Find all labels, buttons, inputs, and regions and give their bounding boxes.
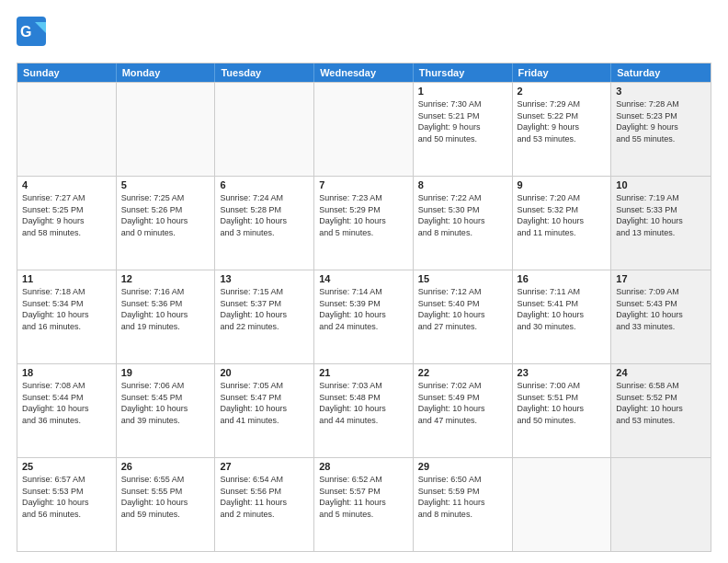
day-number: 6 (220, 179, 309, 190)
day-info: Sunrise: 7:19 AM Sunset: 5:33 PM Dayligh… (616, 192, 706, 238)
day-12: 12Sunrise: 7:16 AM Sunset: 5:36 PM Dayli… (117, 270, 216, 363)
day-info: Sunrise: 7:30 AM Sunset: 5:21 PM Dayligh… (418, 98, 507, 144)
day-info: Sunrise: 7:24 AM Sunset: 5:28 PM Dayligh… (220, 192, 309, 238)
day-number: 5 (121, 179, 210, 190)
day-info: Sunrise: 7:29 AM Sunset: 5:22 PM Dayligh… (518, 98, 607, 144)
day-2: 2Sunrise: 7:29 AM Sunset: 5:22 PM Daylig… (513, 83, 612, 176)
calendar-row-3: 18Sunrise: 7:08 AM Sunset: 5:44 PM Dayli… (17, 363, 711, 457)
calendar: SundayMondayTuesdayWednesdayThursdayFrid… (17, 63, 711, 552)
day-29: 29Sunrise: 6:50 AM Sunset: 5:59 PM Dayli… (414, 458, 513, 551)
day-info: Sunrise: 7:05 AM Sunset: 5:47 PM Dayligh… (220, 380, 309, 426)
day-number: 27 (220, 461, 309, 472)
day-18: 18Sunrise: 7:08 AM Sunset: 5:44 PM Dayli… (17, 364, 117, 457)
day-number: 20 (220, 367, 309, 378)
day-21: 21Sunrise: 7:03 AM Sunset: 5:48 PM Dayli… (314, 364, 414, 457)
day-number: 3 (616, 86, 706, 97)
day-number: 24 (616, 367, 706, 378)
svg-text:G: G (20, 24, 31, 40)
day-22: 22Sunrise: 7:02 AM Sunset: 5:49 PM Dayli… (414, 364, 513, 457)
day-info: Sunrise: 7:06 AM Sunset: 5:45 PM Dayligh… (121, 380, 210, 426)
day-23: 23Sunrise: 7:00 AM Sunset: 5:51 PM Dayli… (513, 364, 612, 457)
day-26: 26Sunrise: 6:55 AM Sunset: 5:55 PM Dayli… (117, 458, 216, 551)
day-info: Sunrise: 6:58 AM Sunset: 5:52 PM Dayligh… (616, 380, 706, 426)
day-number: 15 (418, 273, 507, 284)
day-number: 29 (418, 461, 507, 472)
day-number: 28 (319, 461, 408, 472)
day-15: 15Sunrise: 7:12 AM Sunset: 5:40 PM Dayli… (414, 270, 513, 363)
day-number: 16 (518, 273, 607, 284)
logo: G (17, 17, 50, 53)
day-number: 25 (22, 461, 111, 472)
day-20: 20Sunrise: 7:05 AM Sunset: 5:47 PM Dayli… (215, 364, 314, 457)
day-info: Sunrise: 7:28 AM Sunset: 5:23 PM Dayligh… (616, 98, 706, 144)
day-number: 26 (121, 461, 210, 472)
day-info: Sunrise: 7:02 AM Sunset: 5:49 PM Dayligh… (418, 380, 507, 426)
page: G SundayMondayTuesdayWednesdayThursdayFr… (0, 0, 728, 563)
calendar-row-2: 11Sunrise: 7:18 AM Sunset: 5:34 PM Dayli… (17, 270, 711, 363)
day-number: 11 (22, 273, 111, 284)
empty-cell (314, 83, 414, 176)
day-number: 13 (220, 273, 309, 284)
day-10: 10Sunrise: 7:19 AM Sunset: 5:33 PM Dayli… (611, 177, 711, 270)
day-info: Sunrise: 7:20 AM Sunset: 5:32 PM Dayligh… (518, 192, 607, 238)
day-info: Sunrise: 6:52 AM Sunset: 5:57 PM Dayligh… (319, 474, 408, 520)
day-number: 12 (121, 273, 210, 284)
day-info: Sunrise: 7:18 AM Sunset: 5:34 PM Dayligh… (22, 286, 111, 332)
day-28: 28Sunrise: 6:52 AM Sunset: 5:57 PM Dayli… (314, 458, 414, 551)
empty-cell (611, 458, 711, 551)
header-day-wednesday: Wednesday (314, 63, 414, 82)
day-info: Sunrise: 7:09 AM Sunset: 5:43 PM Dayligh… (616, 286, 706, 332)
day-number: 18 (22, 367, 111, 378)
day-info: Sunrise: 7:25 AM Sunset: 5:26 PM Dayligh… (121, 192, 210, 238)
header-day-sunday: Sunday (17, 63, 117, 82)
day-5: 5Sunrise: 7:25 AM Sunset: 5:26 PM Daylig… (117, 177, 216, 270)
day-25: 25Sunrise: 6:57 AM Sunset: 5:53 PM Dayli… (17, 458, 117, 551)
day-13: 13Sunrise: 7:15 AM Sunset: 5:37 PM Dayli… (215, 270, 314, 363)
day-number: 14 (319, 273, 408, 284)
day-info: Sunrise: 7:23 AM Sunset: 5:29 PM Dayligh… (319, 192, 408, 238)
empty-cell (215, 83, 314, 176)
day-number: 19 (121, 367, 210, 378)
day-info: Sunrise: 7:14 AM Sunset: 5:39 PM Dayligh… (319, 286, 408, 332)
day-info: Sunrise: 7:15 AM Sunset: 5:37 PM Dayligh… (220, 286, 309, 332)
calendar-body: 1Sunrise: 7:30 AM Sunset: 5:21 PM Daylig… (17, 82, 711, 551)
day-number: 4 (22, 179, 111, 190)
calendar-row-0: 1Sunrise: 7:30 AM Sunset: 5:21 PM Daylig… (17, 82, 711, 176)
day-info: Sunrise: 6:50 AM Sunset: 5:59 PM Dayligh… (418, 474, 507, 520)
day-number: 1 (418, 86, 507, 97)
day-14: 14Sunrise: 7:14 AM Sunset: 5:39 PM Dayli… (314, 270, 414, 363)
day-24: 24Sunrise: 6:58 AM Sunset: 5:52 PM Dayli… (611, 364, 711, 457)
calendar-row-4: 25Sunrise: 6:57 AM Sunset: 5:53 PM Dayli… (17, 457, 711, 551)
day-number: 22 (418, 367, 507, 378)
day-number: 10 (616, 179, 706, 190)
day-3: 3Sunrise: 7:28 AM Sunset: 5:23 PM Daylig… (611, 83, 711, 176)
day-8: 8Sunrise: 7:22 AM Sunset: 5:30 PM Daylig… (414, 177, 513, 270)
day-9: 9Sunrise: 7:20 AM Sunset: 5:32 PM Daylig… (513, 177, 612, 270)
day-27: 27Sunrise: 6:54 AM Sunset: 5:56 PM Dayli… (215, 458, 314, 551)
day-info: Sunrise: 7:03 AM Sunset: 5:48 PM Dayligh… (319, 380, 408, 426)
day-info: Sunrise: 6:57 AM Sunset: 5:53 PM Dayligh… (22, 474, 111, 520)
day-17: 17Sunrise: 7:09 AM Sunset: 5:43 PM Dayli… (611, 270, 711, 363)
day-7: 7Sunrise: 7:23 AM Sunset: 5:29 PM Daylig… (314, 177, 414, 270)
day-info: Sunrise: 6:54 AM Sunset: 5:56 PM Dayligh… (220, 474, 309, 520)
day-number: 2 (518, 86, 607, 97)
day-number: 17 (616, 273, 706, 284)
day-number: 7 (319, 179, 408, 190)
calendar-header: SundayMondayTuesdayWednesdayThursdayFrid… (17, 63, 711, 82)
header: G (17, 17, 711, 53)
day-6: 6Sunrise: 7:24 AM Sunset: 5:28 PM Daylig… (215, 177, 314, 270)
empty-cell (17, 83, 117, 176)
day-1: 1Sunrise: 7:30 AM Sunset: 5:21 PM Daylig… (414, 83, 513, 176)
empty-cell (513, 458, 612, 551)
header-day-friday: Friday (513, 63, 612, 82)
day-number: 8 (418, 179, 507, 190)
header-day-tuesday: Tuesday (215, 63, 314, 82)
day-number: 9 (518, 179, 607, 190)
day-info: Sunrise: 7:11 AM Sunset: 5:41 PM Dayligh… (518, 286, 607, 332)
logo-icon: G (17, 17, 46, 50)
calendar-row-1: 4Sunrise: 7:27 AM Sunset: 5:25 PM Daylig… (17, 176, 711, 270)
header-day-saturday: Saturday (611, 63, 711, 82)
day-info: Sunrise: 7:08 AM Sunset: 5:44 PM Dayligh… (22, 380, 111, 426)
day-info: Sunrise: 7:16 AM Sunset: 5:36 PM Dayligh… (121, 286, 210, 332)
day-info: Sunrise: 6:55 AM Sunset: 5:55 PM Dayligh… (121, 474, 210, 520)
